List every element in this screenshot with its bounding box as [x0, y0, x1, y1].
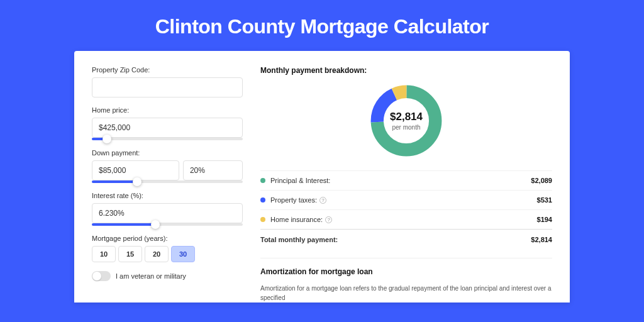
- total-label: Total monthly payment:: [260, 236, 531, 243]
- veteran-toggle[interactable]: [92, 271, 111, 281]
- donut-sub: per month: [392, 124, 420, 131]
- period-btn-20[interactable]: 20: [145, 246, 169, 262]
- donut-chart: $2,814 per month: [368, 82, 445, 159]
- veteran-label: I am veteran or military: [116, 272, 186, 280]
- interest-rate-slider[interactable]: [92, 223, 243, 226]
- calculator-card: Property Zip Code: Home price: Down paym…: [74, 51, 570, 303]
- dot-icon: [260, 178, 265, 183]
- toggle-knob: [92, 272, 101, 280]
- breakdown-value: $194: [537, 216, 552, 223]
- breakdown-label: Principal & Interest:: [270, 177, 531, 184]
- breakdown-label: Property taxes: ?: [270, 196, 537, 204]
- down-payment-percent-input[interactable]: [183, 160, 243, 180]
- donut-center: $2,814 per month: [368, 82, 445, 159]
- period-label: Mortgage period (years):: [92, 235, 243, 242]
- help-icon[interactable]: ?: [325, 216, 332, 223]
- down-payment-slider[interactable]: [92, 180, 243, 183]
- home-price-slider[interactable]: [92, 138, 243, 140]
- period-field-group: Mortgage period (years): 10 15 20 30: [92, 235, 243, 262]
- period-btn-10[interactable]: 10: [92, 246, 116, 262]
- interest-rate-input[interactable]: [92, 203, 243, 223]
- breakdown-value: $2,089: [531, 177, 552, 184]
- home-price-input[interactable]: [92, 118, 243, 138]
- period-btn-30[interactable]: 30: [171, 246, 195, 262]
- total-value: $2,814: [531, 236, 552, 243]
- breakdown-panel: Monthly payment breakdown: $2,814 per mo…: [260, 66, 552, 303]
- donut-chart-wrap: $2,814 per month: [260, 82, 552, 159]
- zip-input[interactable]: [92, 77, 243, 97]
- dot-icon: [260, 197, 265, 203]
- form-panel: Property Zip Code: Home price: Down paym…: [92, 66, 243, 303]
- page-title: Clinton County Mortgage Calculator: [0, 0, 644, 51]
- period-btn-15[interactable]: 15: [118, 246, 142, 262]
- period-buttons: 10 15 20 30: [92, 246, 243, 262]
- interest-rate-field-group: Interest rate (%):: [92, 192, 243, 226]
- donut-amount: $2,814: [390, 111, 423, 123]
- amortization-section: Amortization for mortgage loan Amortizat…: [260, 258, 552, 303]
- breakdown-row-total: Total monthly payment: $2,814: [260, 229, 552, 249]
- down-payment-slider-thumb[interactable]: [133, 177, 142, 186]
- breakdown-title: Monthly payment breakdown:: [260, 66, 552, 75]
- home-price-slider-thumb[interactable]: [103, 135, 111, 143]
- breakdown-row-taxes: Property taxes: ? $531: [260, 190, 552, 209]
- interest-rate-slider-thumb[interactable]: [151, 220, 160, 229]
- breakdown-value: $531: [537, 196, 552, 204]
- home-price-field-group: Home price:: [92, 106, 243, 140]
- amortization-text: Amortization for a mortgage loan refers …: [260, 284, 552, 303]
- veteran-toggle-row: I am veteran or military: [92, 271, 243, 281]
- amortization-title: Amortization for mortgage loan: [260, 267, 552, 276]
- breakdown-label: Home insurance: ?: [270, 216, 537, 223]
- down-payment-field-group: Down payment:: [92, 149, 243, 183]
- breakdown-label-text: Property taxes:: [270, 196, 317, 204]
- zip-label: Property Zip Code:: [92, 66, 243, 74]
- breakdown-label-text: Home insurance:: [270, 216, 323, 223]
- help-icon[interactable]: ?: [319, 197, 326, 204]
- home-price-label: Home price:: [92, 106, 243, 114]
- breakdown-row-principal: Principal & Interest: $2,089: [260, 170, 552, 190]
- dot-icon: [260, 217, 265, 222]
- interest-rate-label: Interest rate (%):: [92, 192, 243, 199]
- breakdown-row-insurance: Home insurance: ? $194: [260, 209, 552, 229]
- down-payment-label: Down payment:: [92, 149, 243, 157]
- zip-field-group: Property Zip Code:: [92, 66, 243, 97]
